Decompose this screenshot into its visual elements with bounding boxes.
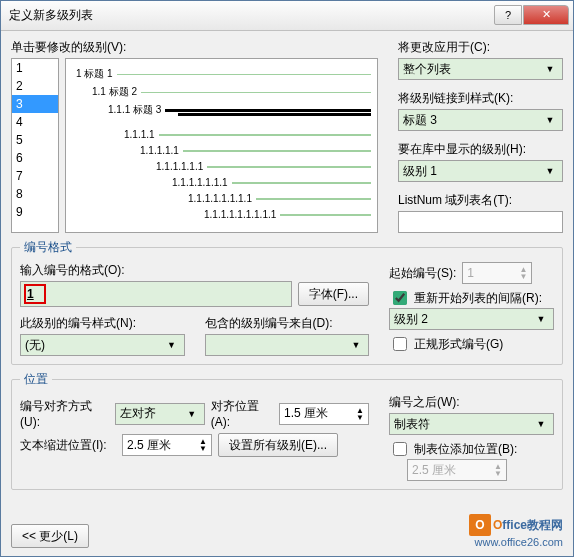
level-item[interactable]: 6 [12,149,58,167]
chevron-down-icon: ▼ [542,166,558,176]
spinner-icon: ▲▼ [356,407,364,421]
tab-stop-spinner[interactable]: 2.5 厘米▲▼ [407,459,507,481]
number-format-input[interactable]: 1 [20,281,292,307]
chevron-down-icon: ▼ [533,419,549,429]
chevron-down-icon: ▼ [164,340,180,350]
close-button[interactable]: ✕ [523,5,569,25]
chevron-down-icon: ▼ [542,64,558,74]
start-at-spinner[interactable]: 1▲▼ [462,262,532,284]
level-item[interactable]: 5 [12,131,58,149]
watermark-brand: OOffice教程网 www.office26.com [469,513,563,548]
spinner-icon: ▲▼ [494,463,502,477]
dialog-window: 定义新多级列表 ? ✕ 单击要修改的级别(V): 1 2 3 4 5 6 7 [0,0,574,557]
link-style-combo[interactable]: 标题 3▼ [398,109,563,131]
spinner-icon: ▲▼ [519,266,527,280]
align-label: 编号对齐方式(U): [20,398,109,429]
listnum-label: ListNum 域列表名(T): [398,192,563,209]
titlebar-buttons: ? ✕ [493,5,569,27]
include-from-label: 包含的级别编号来自(D): [205,315,370,332]
level-item[interactable]: 8 [12,185,58,203]
set-all-levels-button[interactable]: 设置所有级别(E)... [218,433,338,457]
brand-icon: O [469,514,491,536]
apply-to-label: 将更改应用于(C): [398,39,563,56]
gallery-level-label: 要在库中显示的级别(H): [398,141,563,158]
position-legend: 位置 [20,371,52,388]
align-combo[interactable]: 左对齐▼ [115,403,205,425]
spinner-icon: ▲▼ [199,438,207,452]
level-item[interactable]: 4 [12,113,58,131]
align-at-label: 对齐位置(A): [211,398,273,429]
include-from-combo[interactable]: ▼ [205,334,370,356]
link-style-label: 将级别链接到样式(K): [398,90,563,107]
chevron-down-icon: ▼ [533,314,549,324]
less-button[interactable]: << 更少(L) [11,524,89,548]
level-item[interactable]: 9 [12,203,58,221]
level-item[interactable]: 2 [12,77,58,95]
brand-url: www.office26.com [469,536,563,548]
enter-format-label: 输入编号的格式(O): [20,262,369,279]
chevron-down-icon: ▼ [184,409,200,419]
legal-format-checkbox[interactable]: 正规形式编号(G) [389,334,554,354]
level-item[interactable]: 1 [12,59,58,77]
restart-after-checkbox[interactable]: 重新开始列表的间隔(R): [389,288,554,308]
position-group: 位置 编号对齐方式(U): 左对齐▼ 对齐位置(A): 1.5 厘米▲▼ 文本缩… [11,371,563,490]
number-format-legend: 编号格式 [20,239,76,256]
listnum-input[interactable] [398,211,563,233]
window-title: 定义新多级列表 [9,7,493,24]
indent-label: 文本缩进位置(I): [20,437,116,454]
indent-spinner[interactable]: 2.5 厘米▲▼ [122,434,212,456]
titlebar: 定义新多级列表 ? ✕ [1,1,573,31]
level-item[interactable]: 3 [12,95,58,113]
follow-combo[interactable]: 制表符▼ [389,413,554,435]
align-at-spinner[interactable]: 1.5 厘米▲▼ [279,403,369,425]
level-item[interactable]: 7 [12,167,58,185]
click-level-label: 单击要修改的级别(V): [11,39,378,56]
font-button[interactable]: 字体(F)... [298,282,369,306]
chevron-down-icon: ▼ [542,115,558,125]
restart-after-combo[interactable]: 级别 2▼ [389,308,554,330]
help-button[interactable]: ? [494,5,522,25]
follow-label: 编号之后(W): [389,394,554,411]
preview-pane: 1 标题 1 1.1 标题 2 1.1.1 标题 3 1.1.1.1 1.1.1… [65,58,378,233]
chevron-down-icon: ▼ [348,340,364,350]
level-style-label: 此级别的编号样式(N): [20,315,185,332]
gallery-level-combo[interactable]: 级别 1▼ [398,160,563,182]
tab-stop-checkbox[interactable]: 制表位添加位置(B): [389,439,554,459]
level-listbox[interactable]: 1 2 3 4 5 6 7 8 9 [11,58,59,233]
apply-to-combo[interactable]: 整个列表▼ [398,58,563,80]
number-format-group: 编号格式 输入编号的格式(O): 1 字体(F)... 此级别的编号样式(N): [11,239,563,365]
level-style-combo[interactable]: (无)▼ [20,334,185,356]
start-at-label: 起始编号(S): [389,265,456,282]
